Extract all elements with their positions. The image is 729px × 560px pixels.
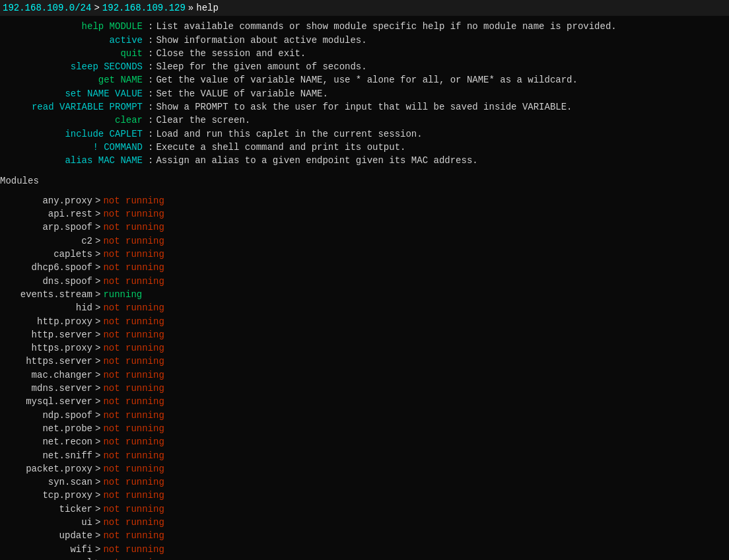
module-gt: > — [95, 234, 100, 248]
module-status: not running — [103, 556, 164, 560]
cmd-desc: Clear the screen. — [156, 114, 250, 127]
cmd-desc: Show information about active modules. — [156, 34, 366, 47]
cmd-sep: : — [145, 73, 156, 87]
cmd-name: help MODULE — [0, 20, 145, 33]
module-row: https.server > not running — [0, 355, 729, 368]
module-name: net.probe — [0, 422, 92, 435]
module-row: http.proxy > not running — [0, 315, 729, 328]
module-row: net.probe > not running — [0, 422, 729, 435]
module-row: arp.spoof > not running — [0, 221, 729, 234]
cmd-desc: Show a PROMPT to ask the user for input … — [156, 100, 572, 114]
module-status: not running — [103, 248, 164, 261]
module-row: mac.changer > not running — [0, 368, 729, 382]
cmd-sep: : — [145, 60, 156, 73]
module-row: c2 > not running — [0, 234, 729, 248]
module-status: not running — [103, 207, 164, 221]
help-row: alias MAC NAME : Assign an alias to a gi… — [0, 154, 729, 167]
module-row: syn.scan > not running — [0, 475, 729, 489]
cmd-sep: : — [145, 20, 156, 33]
module-row: hid > not running — [0, 301, 729, 314]
cmd-desc: Assign an alias to a given endpoint give… — [156, 154, 477, 167]
module-gt: > — [95, 462, 100, 475]
cmd-name: quit — [0, 47, 145, 60]
module-row: packet.proxy > not running — [0, 462, 729, 475]
module-status: not running — [103, 275, 164, 288]
module-row: wol > not running — [0, 556, 729, 560]
module-row: https.proxy > not running — [0, 341, 729, 355]
prompt-command: help — [196, 1, 219, 15]
module-row: http.server > not running — [0, 328, 729, 341]
module-gt: > — [95, 475, 100, 489]
help-row: sleep SECONDS : Sleep for the given amou… — [0, 60, 729, 73]
cmd-name: sleep SECONDS — [0, 60, 145, 73]
module-name: https.proxy — [0, 341, 92, 355]
help-row: help MODULE : List available commands or… — [0, 20, 729, 33]
module-name: http.server — [0, 328, 92, 341]
module-gt: > — [95, 275, 100, 288]
module-name: net.recon — [0, 435, 92, 448]
module-name: http.proxy — [0, 315, 92, 328]
module-list: any.proxy > not running api.rest > not r… — [0, 193, 729, 560]
prompt-arrow2: » — [188, 1, 193, 15]
module-name: update — [0, 529, 92, 542]
cmd-sep: : — [145, 87, 156, 100]
module-row: ui > not running — [0, 516, 729, 529]
module-row: any.proxy > not running — [0, 194, 729, 207]
module-gt: > — [95, 288, 100, 301]
module-status: not running — [103, 355, 164, 368]
module-status: not running — [103, 301, 164, 314]
module-name: wol — [0, 556, 92, 560]
cmd-desc: List available commands or show module s… — [156, 20, 616, 33]
module-status: not running — [103, 462, 164, 475]
module-gt: > — [95, 449, 100, 462]
help-row: include CAPLET : Load and run this caple… — [0, 127, 729, 141]
module-status: not running — [103, 382, 164, 395]
module-gt: > — [95, 422, 100, 435]
module-name: dns.spoof — [0, 275, 92, 288]
module-row: caplets > not running — [0, 248, 729, 261]
module-status: not running — [103, 409, 164, 422]
module-status: not running — [103, 449, 164, 462]
module-gt: > — [95, 516, 100, 529]
module-status: not running — [103, 475, 164, 489]
module-row: mdns.server > not running — [0, 382, 729, 395]
terminal: 192.168.109.0/24 > 192.168.109.129 » hel… — [0, 0, 729, 560]
module-name: any.proxy — [0, 194, 92, 207]
module-name: ui — [0, 516, 92, 529]
module-name: net.sniff — [0, 449, 92, 462]
module-name: api.rest — [0, 207, 92, 221]
module-row: ticker > not running — [0, 503, 729, 516]
module-gt: > — [95, 368, 100, 382]
module-gt: > — [95, 382, 100, 395]
module-name: ticker — [0, 503, 92, 516]
module-row: update > not running — [0, 529, 729, 542]
module-name: mac.changer — [0, 368, 92, 382]
module-row: wifi > not running — [0, 543, 729, 556]
cmd-desc: Sleep for the given amount of seconds. — [156, 60, 366, 73]
cmd-sep: : — [145, 141, 156, 154]
module-name: syn.scan — [0, 475, 92, 489]
module-status: not running — [103, 516, 164, 529]
modules-header: Modules — [0, 174, 729, 188]
prompt-network: 192.168.109.0/24 — [3, 1, 91, 15]
module-gt: > — [95, 435, 100, 448]
module-gt: > — [95, 543, 100, 556]
module-gt: > — [95, 503, 100, 516]
module-gt: > — [95, 194, 100, 207]
module-status: not running — [103, 503, 164, 516]
modules-section: Modules any.proxy > not running api.rest… — [0, 174, 729, 560]
module-gt: > — [95, 248, 100, 261]
cmd-name: alias MAC NAME — [0, 154, 145, 167]
module-name: wifi — [0, 543, 92, 556]
module-gt: > — [95, 409, 100, 422]
module-name: tcp.proxy — [0, 489, 92, 502]
cmd-name: active — [0, 34, 145, 47]
module-row: mysql.server > not running — [0, 395, 729, 408]
module-gt: > — [95, 355, 100, 368]
module-status: not running — [103, 435, 164, 448]
module-gt: > — [95, 261, 100, 274]
help-row: active : Show information about active m… — [0, 34, 729, 47]
help-row: read VARIABLE PROMPT : Show a PROMPT to … — [0, 100, 729, 114]
module-name: ndp.spoof — [0, 409, 92, 422]
module-name: arp.spoof — [0, 221, 92, 234]
